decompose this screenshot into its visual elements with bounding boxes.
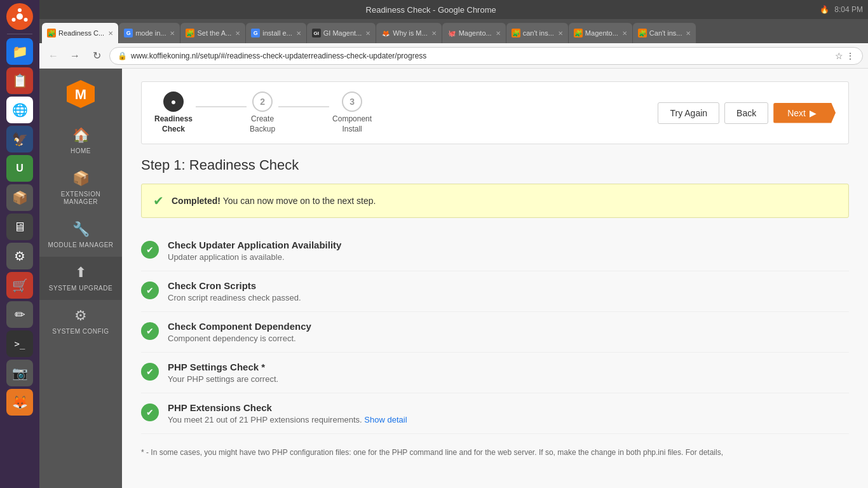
check-item-cron: ✔ Check Cron Scripts Cron script readine… xyxy=(141,271,849,312)
check-item-php-extensions: ✔ PHP Extensions Check You meet 21 out o… xyxy=(141,393,849,434)
taskbar-separator xyxy=(7,34,32,34)
check-php-settings-icon: ✔ xyxy=(141,363,159,381)
svg-point-4 xyxy=(12,18,16,22)
check-php-extensions-info: PHP Extensions Check You meet 21 out of … xyxy=(168,402,849,424)
tab-magento2[interactable]: 🧩 Magento... ✕ xyxy=(569,23,632,43)
check-php-extensions-title: PHP Extensions Check xyxy=(168,402,849,413)
taskbar-dark1-icon[interactable]: 🖥 xyxy=(6,214,33,240)
show-detail-link[interactable]: Show detail xyxy=(364,415,407,424)
tab-mode-favicon: G xyxy=(124,29,133,37)
check-dependency-info: Check Component Dependency Component dep… xyxy=(168,321,849,343)
taskbar-left: 📁 📋 🌐 🦅 U 📦 🖥 ⚙ 🛒 ✏ >_ 📷 🦊 xyxy=(0,0,39,488)
check-dependency-desc: Component dependency is correct. xyxy=(168,334,849,343)
reload-button[interactable]: ↻ xyxy=(88,47,105,65)
title-bar: Readiness Check - Google Chrome 🔥 8:04 P… xyxy=(39,0,868,19)
taskbar-store-icon[interactable]: 🛒 xyxy=(6,272,33,299)
home-icon: 🏠 xyxy=(72,127,90,144)
stepper-buttons: Try Again Back Next ▶ xyxy=(658,102,836,124)
success-banner: ✔ Completed! You can now move on to the … xyxy=(141,184,849,218)
next-button[interactable]: Next ▶ xyxy=(773,103,836,123)
check-dependency-title: Check Component Dependency xyxy=(168,321,849,332)
step-3-label: ComponentInstall xyxy=(332,114,372,134)
url-text: www.koffiekoning.nl/setup/#/readiness-ch… xyxy=(131,51,831,60)
tab-cantins2-close[interactable]: ✕ xyxy=(686,30,691,37)
check-cron-desc: Cron script readiness check passed. xyxy=(168,293,849,302)
tab-set-favicon: 🧩 xyxy=(186,29,194,37)
tab-magento1-close[interactable]: ✕ xyxy=(496,30,501,37)
try-again-button[interactable]: Try Again xyxy=(658,102,719,124)
tab-install-favicon: G xyxy=(251,29,260,37)
tab-cantins2[interactable]: 🧩 Can't ins... ✕ xyxy=(633,23,696,43)
taskbar-chrome-icon[interactable]: 🌐 xyxy=(6,97,33,123)
success-text: Completed! You can now move on to the ne… xyxy=(172,196,376,206)
success-check-icon: ✔ xyxy=(153,193,164,208)
taskbar-gear-icon[interactable]: ⚙ xyxy=(6,243,33,269)
tab-why[interactable]: 🦊 Why is M... ✕ xyxy=(376,23,441,43)
tab-mode-close[interactable]: ✕ xyxy=(170,30,175,37)
next-arrow-icon: ▶ xyxy=(810,108,817,118)
taskbar-thunderbird-icon[interactable]: 🦅 xyxy=(6,126,33,152)
check-cron-title: Check Cron Scripts xyxy=(168,280,849,291)
step-3: 3 ComponentInstall xyxy=(332,92,372,134)
taskbar-upwork-icon[interactable]: U xyxy=(6,155,33,182)
sidebar-item-home[interactable]: 🏠 HOME xyxy=(39,119,122,163)
tab-install[interactable]: G install e... ✕ xyxy=(246,23,306,43)
taskbar-firefox-icon[interactable]: 🦊 xyxy=(6,389,33,416)
address-bar: ← → ↻ 🔒 www.koffiekoning.nl/setup/#/read… xyxy=(39,43,868,69)
taskbar-files-icon[interactable]: 📁 xyxy=(6,38,33,65)
sidebar-item-system-upgrade[interactable]: ⬆ SYSTEM UPGRADE xyxy=(39,257,122,300)
ubuntu-icon[interactable] xyxy=(6,3,33,30)
system-tray-icon: 🔥 xyxy=(820,5,829,14)
back-button[interactable]: ← xyxy=(44,47,62,65)
taskbar-box1-icon[interactable]: 📦 xyxy=(6,184,33,211)
taskbar-camera-icon[interactable]: 📷 xyxy=(6,360,33,386)
menu-icon[interactable]: ⋮ xyxy=(846,51,855,61)
tab-cantins1-close[interactable]: ✕ xyxy=(558,30,563,37)
step-1-label: ReadinessCheck xyxy=(154,114,193,134)
taskbar-edit-icon[interactable]: ✏ xyxy=(6,301,33,328)
page-heading: Step 1: Readiness Check xyxy=(141,157,849,173)
back-button-stepper[interactable]: Back xyxy=(724,102,768,124)
sidebar-extension-label: EXTENSION MANAGER xyxy=(44,191,117,206)
tab-gi[interactable]: GI GI Magent... ✕ xyxy=(307,23,376,43)
sidebar-item-extension-manager[interactable]: 📦 EXTENSION MANAGER xyxy=(39,163,122,214)
tab-readiness-label: Readiness C... xyxy=(58,29,104,37)
sidebar-item-module-manager[interactable]: 🔧 MODULE MANAGER xyxy=(39,214,122,257)
tab-cantins1[interactable]: 🧩 can't ins... ✕ xyxy=(506,23,568,43)
tab-mode[interactable]: G mode in... ✕ xyxy=(119,23,180,43)
check-cron-info: Check Cron Scripts Cron script readiness… xyxy=(168,280,849,302)
tab-readiness-close[interactable]: ✕ xyxy=(108,30,113,37)
forward-button[interactable]: → xyxy=(66,47,84,65)
tab-set-close[interactable]: ✕ xyxy=(235,30,240,37)
step-3-circle: 3 xyxy=(342,92,362,112)
tab-install-label: install e... xyxy=(262,29,292,37)
check-php-settings-desc: Your PHP settings are correct. xyxy=(168,374,849,384)
taskbar-terminal-icon[interactable]: >_ xyxy=(6,330,33,357)
tab-set-label: Set the A... xyxy=(197,29,231,37)
svg-text:M: M xyxy=(75,86,86,102)
tab-gi-close[interactable]: ✕ xyxy=(365,30,370,37)
sidebar-home-label: HOME xyxy=(71,147,91,155)
system-config-icon: ⚙ xyxy=(74,308,87,324)
taskbar-app1-icon[interactable]: 📋 xyxy=(6,67,33,94)
step-1-circle: ● xyxy=(163,92,184,112)
system-upgrade-icon: ⬆ xyxy=(75,264,86,281)
sidebar-item-system-config[interactable]: ⚙ SYSTEM CONFIG xyxy=(39,300,122,343)
bookmark-icon[interactable]: ☆ xyxy=(835,51,843,61)
check-updater-icon: ✔ xyxy=(141,241,159,259)
check-updater-desc: Updater application is available. xyxy=(168,252,849,262)
tab-cantins2-favicon: 🧩 xyxy=(638,29,647,37)
tab-readiness[interactable]: 🧩 Readiness C... ✕ xyxy=(42,23,118,43)
tab-why-close[interactable]: ✕ xyxy=(431,30,437,37)
sidebar-upgrade-label: SYSTEM UPGRADE xyxy=(49,285,112,292)
check-php-settings-title: PHP Settings Check * xyxy=(168,362,849,372)
tab-set[interactable]: 🧩 Set the A... ✕ xyxy=(180,23,245,43)
module-manager-icon: 🔧 xyxy=(72,221,90,238)
tab-magento1[interactable]: 🐙 Magento... ✕ xyxy=(442,23,506,43)
tab-install-close[interactable]: ✕ xyxy=(296,30,301,37)
url-icons: ☆ ⋮ xyxy=(835,51,855,61)
svg-point-2 xyxy=(18,8,22,12)
tab-magento2-favicon: 🧩 xyxy=(574,29,583,37)
tab-magento2-close[interactable]: ✕ xyxy=(622,30,627,37)
url-bar[interactable]: 🔒 www.koffiekoning.nl/setup/#/readiness-… xyxy=(109,47,863,65)
